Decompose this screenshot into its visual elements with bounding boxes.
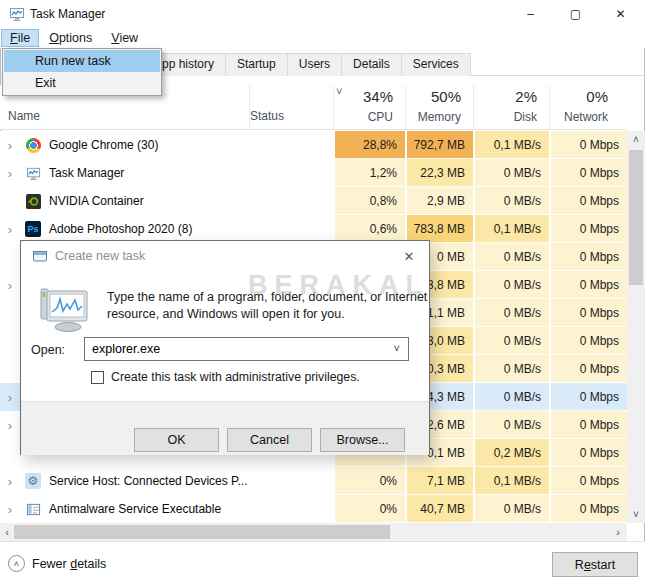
maximize-button[interactable]: ▢ bbox=[553, 0, 598, 28]
minimize-button[interactable]: – bbox=[508, 0, 553, 28]
create-new-task-dialog: Create new task ✕ Type the name of a pro… bbox=[20, 240, 430, 455]
process-name-cell: NVIDIA Container bbox=[20, 187, 250, 215]
table-row[interactable]: NVIDIA Container0,8%2,9 MB0 MB/s0 Mbps bbox=[0, 187, 627, 215]
net-cell: 0 Mbps bbox=[549, 439, 627, 467]
disk-cell: 0 MB/s bbox=[473, 383, 549, 411]
run-task-monitor-icon bbox=[35, 287, 93, 333]
tab-details[interactable]: Details bbox=[342, 53, 402, 76]
header-separator bbox=[333, 85, 334, 129]
mem-cell: 7,1 MB bbox=[405, 467, 473, 495]
status-cell bbox=[250, 215, 333, 243]
header-separator bbox=[473, 85, 474, 129]
disk-cell: 0,2 MB/s bbox=[473, 439, 549, 467]
vertical-scroll-thumb[interactable] bbox=[629, 150, 643, 285]
status-cell bbox=[250, 131, 333, 159]
cpu-cell: 0% bbox=[333, 495, 405, 523]
expand-chevron-icon[interactable]: › bbox=[0, 495, 20, 523]
nvidia-icon bbox=[25, 193, 41, 209]
header-status[interactable]: Status bbox=[250, 109, 284, 123]
tab-startup[interactable]: Startup bbox=[226, 53, 288, 76]
net-cell: 0 Mbps bbox=[549, 131, 627, 159]
menu-view[interactable]: View bbox=[102, 29, 147, 47]
expand-chevron-icon[interactable]: › bbox=[0, 383, 20, 411]
menu-file[interactable]: File bbox=[1, 29, 39, 47]
expand-chevron-placeholder bbox=[0, 187, 20, 215]
cancel-button[interactable]: Cancel bbox=[227, 428, 312, 452]
process-name: Task Manager bbox=[49, 166, 124, 180]
expand-chevron-icon[interactable]: › bbox=[0, 271, 20, 299]
dialog-footer: OK Cancel Browse... bbox=[21, 401, 429, 455]
task-manager-icon bbox=[9, 6, 25, 22]
disk-cell: 0,1 MB/s bbox=[473, 467, 549, 495]
memory-label: Memory bbox=[418, 110, 461, 124]
disk-cell: 0 MB/s bbox=[473, 159, 549, 187]
expand-chevron-icon[interactable]: › bbox=[0, 215, 20, 243]
header-separator bbox=[405, 85, 406, 129]
fewer-details-toggle[interactable]: ˄ Fewer details bbox=[8, 555, 106, 572]
task-manager-window: Task Manager – ▢ ✕ FileOptionsView Run n… bbox=[0, 0, 645, 588]
expand-chevron-icon[interactable]: › bbox=[0, 411, 20, 439]
close-button[interactable]: ✕ bbox=[598, 0, 643, 28]
net-cell: 0 Mbps bbox=[549, 383, 627, 411]
process-name-cell: Google Chrome (30) bbox=[20, 131, 250, 159]
menu-item-run-new-task[interactable]: Run new task bbox=[4, 50, 160, 72]
process-name-cell: PsAdobe Photoshop 2020 (8) bbox=[20, 215, 250, 243]
menu-options[interactable]: Options bbox=[40, 29, 101, 47]
tab-services[interactable]: Services bbox=[402, 53, 471, 76]
chevron-down-icon[interactable]: ˅ bbox=[394, 342, 400, 354]
disk-cell: 0 MB/s bbox=[473, 327, 549, 355]
restart-button[interactable]: Restart bbox=[552, 552, 638, 577]
process-name: NVIDIA Container bbox=[49, 194, 144, 208]
menu-item-exit[interactable]: Exit bbox=[4, 72, 160, 94]
header-network[interactable]: 0% Network bbox=[549, 85, 614, 130]
tab-users[interactable]: Users bbox=[288, 53, 342, 76]
dialog-close-icon[interactable]: ✕ bbox=[389, 241, 429, 271]
admin-privileges-checkbox[interactable] bbox=[91, 371, 104, 384]
scroll-left-icon[interactable]: ‹ bbox=[0, 523, 14, 541]
mem-cell: 792,7 MB bbox=[405, 131, 473, 159]
disk-total: 2% bbox=[515, 88, 537, 105]
ok-button[interactable]: OK bbox=[134, 428, 219, 452]
net-cell: 0 Mbps bbox=[549, 271, 627, 299]
header-disk[interactable]: 2% Disk bbox=[473, 85, 543, 130]
expand-chevron-placeholder bbox=[0, 327, 20, 355]
open-combobox[interactable]: explorer.exe ˅ bbox=[84, 337, 409, 361]
chrome-icon bbox=[25, 137, 41, 153]
net-cell: 0 Mbps bbox=[549, 467, 627, 495]
header-separator bbox=[549, 85, 550, 129]
file-menu-dropdown: Run new taskExit bbox=[2, 48, 162, 96]
scroll-down-icon[interactable]: ˅ bbox=[627, 506, 645, 523]
expand-chevron-icon[interactable]: › bbox=[0, 131, 20, 159]
horizontal-scroll-thumb[interactable] bbox=[14, 525, 390, 539]
status-cell bbox=[250, 495, 333, 523]
header-cpu[interactable]: 34% CPU bbox=[333, 85, 399, 130]
admin-privileges-checkbox-row: Create this task with administrative pri… bbox=[91, 370, 360, 384]
cpu-cell: 28,8% bbox=[333, 131, 405, 159]
expand-chevron-placeholder bbox=[0, 355, 20, 383]
table-row[interactable]: ›⚙Service Host: Connected Devices P...0%… bbox=[0, 467, 627, 495]
photoshop-icon: Ps bbox=[25, 221, 41, 237]
mem-cell: 22,3 MB bbox=[405, 159, 473, 187]
network-label: Network bbox=[564, 110, 608, 124]
disk-cell: 0 MB/s bbox=[473, 271, 549, 299]
table-row[interactable]: ›Task Manager1,2%22,3 MB0 MB/s0 Mbps bbox=[0, 159, 627, 187]
chevron-up-circle-icon: ˄ bbox=[8, 555, 25, 572]
header-name[interactable]: Name bbox=[8, 109, 40, 123]
table-row[interactable]: ›Google Chrome (30)28,8%792,7 MB0,1 MB/s… bbox=[0, 131, 627, 159]
expand-chevron-icon[interactable]: › bbox=[0, 467, 20, 495]
header-memory[interactable]: 50% Memory bbox=[405, 85, 467, 130]
cpu-cell: 0% bbox=[333, 467, 405, 495]
status-cell bbox=[250, 467, 333, 495]
tab-pp-history[interactable]: pp history bbox=[158, 53, 226, 76]
table-row[interactable]: ›PsAdobe Photoshop 2020 (8)0,6%783,8 MB0… bbox=[0, 215, 627, 243]
cpu-label: CPU bbox=[368, 110, 393, 124]
scroll-up-icon[interactable]: ˄ bbox=[627, 131, 645, 148]
disk-cell: 0,1 MB/s bbox=[473, 131, 549, 159]
process-name-cell: Task Manager bbox=[20, 159, 250, 187]
scroll-right-icon[interactable]: › bbox=[611, 523, 625, 541]
table-row[interactable]: ›Antimalware Service Executable0%40,7 MB… bbox=[0, 495, 627, 523]
status-cell bbox=[250, 159, 333, 187]
process-name: Antimalware Service Executable bbox=[49, 502, 221, 516]
expand-chevron-icon[interactable]: › bbox=[0, 159, 20, 187]
browse-button[interactable]: Browse... bbox=[320, 428, 405, 452]
